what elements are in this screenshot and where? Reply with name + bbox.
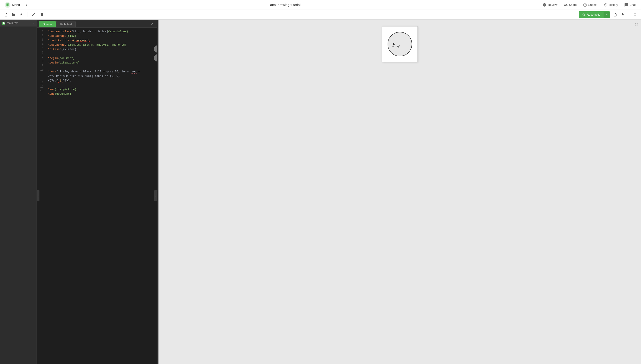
arrow-right-icon	[156, 47, 157, 51]
document-title: latex-drawing-tutorial	[30, 3, 540, 7]
chevron-down-icon: ▾	[33, 22, 34, 24]
topbar-actions: Review Share Submit History Chat	[540, 2, 638, 8]
secondary-toolbar: Recompile	[0, 10, 641, 20]
preview-expand-icon	[634, 22, 638, 26]
svg-text:y: y	[392, 41, 395, 47]
upload-icon	[19, 13, 23, 17]
upload-button[interactable]	[18, 12, 25, 18]
review-label: Review	[548, 3, 557, 6]
chat-icon	[624, 3, 628, 7]
review-icon	[542, 3, 546, 7]
recompile-label: Recompile	[587, 13, 600, 16]
editor-tabs: Source Rich Text ⤢	[37, 20, 157, 28]
chat-button[interactable]: Chat	[621, 2, 638, 8]
new-folder-button[interactable]	[10, 12, 17, 18]
delete-button[interactable]	[39, 12, 45, 18]
collapse-right-icon: ⋮	[155, 195, 157, 197]
preview-pane: y ijt	[159, 20, 641, 364]
submit-button[interactable]: Submit	[580, 2, 600, 8]
dropdown-arrow-icon	[605, 13, 608, 16]
rich-text-tab[interactable]: Rich Text	[56, 21, 76, 28]
document-view-button[interactable]	[612, 12, 618, 18]
code-editor: 1 2 3 4 5 6 7 8 9 10 11 12 13 \documentc…	[37, 28, 157, 364]
menu-label: Menu	[12, 3, 20, 7]
history-label: History	[609, 3, 618, 6]
share-button[interactable]: Share	[561, 2, 579, 8]
document-view-icon	[613, 13, 617, 17]
topbar: Menu latex-drawing-tutorial Review Share…	[0, 0, 641, 10]
new-file-button[interactable]	[3, 12, 9, 18]
file-icon	[2, 22, 5, 25]
file-toolbar	[3, 12, 25, 18]
recompile-group: Recompile	[579, 11, 610, 18]
collapse-left-handle[interactable]: ⋮	[37, 190, 40, 202]
download-button[interactable]	[619, 12, 626, 18]
arrow-left-icon	[156, 56, 157, 60]
share-label: Share	[569, 3, 577, 6]
fullscreen-button[interactable]	[632, 12, 638, 18]
preview-expand-button[interactable]	[634, 22, 638, 27]
chat-label: Chat	[630, 3, 636, 6]
file-name: main.tex	[7, 22, 32, 25]
pencil-button[interactable]	[30, 12, 37, 18]
review-button[interactable]: Review	[540, 2, 560, 8]
history-icon	[603, 3, 607, 7]
back-icon	[24, 3, 28, 7]
toolbar-right-buttons	[612, 12, 626, 18]
resize-dots	[158, 190, 158, 193]
editor-expand-button[interactable]: ⤢	[149, 22, 155, 27]
share-icon	[564, 3, 568, 7]
recompile-dropdown-button[interactable]	[603, 12, 610, 18]
fullscreen-icon	[633, 13, 637, 17]
tikz-label: y ijt	[391, 38, 409, 50]
recompile-button[interactable]: Recompile	[579, 11, 603, 18]
math-label-svg: y ijt	[391, 38, 409, 49]
main-area: main.tex ▾ Source Rich Text ⤢ 1 2 3 4 5 …	[0, 20, 641, 364]
download-icon	[621, 13, 625, 17]
submit-icon	[583, 3, 587, 7]
tikz-circle: y ijt	[388, 32, 412, 56]
editor-section: Source Rich Text ⤢ 1 2 3 4 5 6 7 8 9 10	[37, 20, 157, 364]
code-content[interactable]: \documentclass[tikz, border = 0.1cm]{sta…	[46, 28, 157, 364]
recompile-icon	[582, 13, 585, 16]
sidebar-file-item[interactable]: main.tex ▾	[0, 20, 37, 26]
svg-point-1	[7, 4, 9, 6]
tex-file-icon	[3, 22, 5, 24]
menu-button[interactable]: Menu	[3, 1, 22, 9]
back-button[interactable]	[23, 2, 30, 8]
menu-logo-icon	[5, 2, 11, 8]
source-tab[interactable]: Source	[39, 21, 56, 28]
svg-text:ijt: ijt	[397, 44, 400, 48]
delete-icon	[40, 13, 44, 17]
new-file-icon	[4, 13, 8, 17]
pencil-icon	[32, 13, 36, 17]
collapse-right-handle[interactable]: ⋮	[154, 190, 157, 202]
sidebar: main.tex ▾	[0, 20, 37, 364]
svg-point-2	[583, 3, 587, 6]
new-folder-icon	[12, 13, 16, 17]
submit-label: Submit	[588, 3, 597, 6]
collapse-left-icon: ⋮	[37, 195, 39, 197]
preview-card: y ijt	[382, 26, 418, 62]
history-button[interactable]: History	[601, 2, 620, 8]
